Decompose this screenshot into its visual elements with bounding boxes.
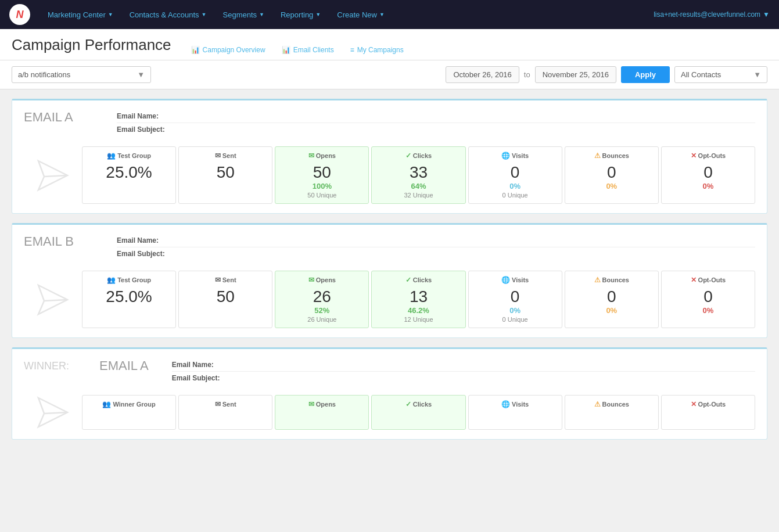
email-a-header: EMAIL A Email Name: Email Subject:: [12, 100, 767, 141]
group-icon-b: 👥: [107, 276, 116, 284]
winner-send-icon: [35, 395, 70, 430]
tab-email-clients[interactable]: 📊 Email Clients: [274, 41, 342, 60]
page-title: Campaign Performance: [12, 36, 171, 60]
email-b-test-group-card: 👥 Test Group 25.0%: [82, 271, 176, 328]
email-b-bounces-value: 0: [607, 289, 616, 305]
date-to-input[interactable]: November 25, 2016: [535, 66, 616, 83]
email-a-clicks-header: ✓ Clicks: [405, 152, 432, 160]
winner-section: WINNER: EMAIL A Email Name: Email Subjec…: [12, 347, 767, 440]
campaign-overview-icon: 📊: [191, 46, 200, 54]
email-a-opens-value: 50: [313, 164, 331, 181]
visits-icon-w: 🌐: [501, 400, 510, 408]
nav-create-new[interactable]: Create New ▼: [329, 0, 393, 29]
tab-campaign-overview[interactable]: 📊 Campaign Overview: [183, 41, 274, 60]
date-range: October 26, 2016 to November 25, 2016 Ap…: [446, 66, 767, 83]
nav-segments-arrow: ▼: [259, 12, 264, 17]
email-b-visits-header: 🌐 Visits: [501, 276, 529, 284]
winner-prefix: WINNER:: [24, 360, 94, 372]
email-a-bounces-card: ⚠ Bounces 0 0%: [565, 146, 659, 204]
nav-contacts-accounts[interactable]: Contacts & Accounts ▼: [121, 0, 215, 29]
email-b-section: EMAIL B Email Name: Email Subject:: [12, 223, 767, 338]
email-a-clicks-value: 33: [410, 164, 428, 181]
nav-marketing-center[interactable]: Marketing Center ▼: [40, 0, 121, 29]
email-b-meta: Email Name: Email Subject:: [117, 234, 755, 260]
tab-email-clients-label: Email Clients: [293, 46, 334, 54]
filters-bar: a/b notifications ▼ October 26, 2016 to …: [0, 60, 779, 89]
mail-icon-w: ✉: [215, 400, 221, 408]
email-b-optouts-card: ✕ Opt-Outs 0 0%: [661, 271, 755, 328]
nav-segments[interactable]: Segments ▼: [215, 0, 272, 29]
nav-reporting-arrow: ▼: [315, 12, 321, 17]
navbar-logo: N: [9, 4, 30, 25]
email-a-label: EMAIL A: [24, 110, 94, 125]
email-b-name-row: Email Name:: [117, 234, 755, 247]
winner-bounces-card: ⚠ Bounces: [565, 395, 659, 430]
email-a-bounces-percent: 0%: [606, 182, 617, 190]
email-b-test-group-label: Test Group: [117, 276, 151, 283]
winner-group-header: 👥 Winner Group: [102, 400, 155, 408]
email-a-sent-value: 50: [217, 164, 235, 181]
email-b-clicks-unique: 12 Unique: [404, 316, 433, 323]
email-a-visits-unique: 0 Unique: [502, 192, 528, 199]
nav-contacts-accounts-arrow: ▼: [202, 12, 207, 17]
email-b-optouts-percent: 0%: [703, 306, 714, 315]
email-a-bounces-header: ⚠ Bounces: [594, 152, 629, 160]
bounces-icon-b: ⚠: [594, 276, 601, 284]
winner-send-icon-area: [24, 395, 82, 430]
email-b-clicks-value: 13: [410, 289, 428, 305]
optouts-icon-b: ✕: [691, 276, 697, 284]
nav-marketing-center-label: Marketing Center: [48, 10, 106, 19]
contacts-select[interactable]: All Contacts ▼: [674, 66, 767, 83]
page-tabs: 📊 Campaign Overview 📊 Email Clients ≡ My…: [183, 41, 412, 60]
email-b-visits-label: Visits: [512, 276, 529, 283]
nav-create-new-arrow: ▼: [379, 12, 385, 17]
email-a-clicks-percent: 64%: [411, 182, 426, 190]
email-a-subject-label: Email Subject:: [117, 125, 165, 134]
winner-email-subject-label: Email Subject:: [172, 374, 220, 382]
tab-my-campaigns[interactable]: ≡ My Campaigns: [342, 41, 412, 60]
main-content: EMAIL A Email Name: Email Subject:: [0, 89, 779, 449]
email-b-opens-card: ✉ Opens 26 52% 26 Unique: [275, 271, 369, 328]
winner-visits-header: 🌐 Visits: [501, 400, 529, 408]
nav-user-arrow: ▼: [763, 10, 770, 19]
tab-my-campaigns-label: My Campaigns: [357, 46, 404, 54]
email-a-stats-row: 👥 Test Group 25.0% ✉ Sent 50 ✉ Opens: [12, 141, 767, 213]
email-b-name-label: Email Name:: [117, 236, 159, 245]
email-a-visits-header: 🌐 Visits: [501, 152, 529, 160]
winner-sent-card: ✉ Sent: [178, 395, 272, 430]
nav-user[interactable]: lisa+net-results@cleverfunnel.com ▼: [654, 10, 770, 19]
email-b-stats-row: 👥 Test Group 25.0% ✉ Sent 50 ✉ Opens: [12, 265, 767, 337]
email-b-sent-label: Sent: [222, 276, 236, 283]
date-from-value: October 26, 2016: [453, 70, 511, 79]
winner-stats-grid: 👥 Winner Group ✉ Sent ✉ Opens: [82, 395, 755, 430]
campaign-select[interactable]: a/b notifications ▼: [12, 66, 151, 83]
apply-button[interactable]: Apply: [621, 66, 670, 83]
optouts-icon: ✕: [691, 152, 697, 160]
email-a-meta: Email Name: Email Subject:: [117, 110, 755, 136]
email-a-test-group-card: 👥 Test Group 25.0%: [82, 146, 176, 204]
nav-create-new-label: Create New: [337, 10, 377, 19]
bounces-icon-w: ⚠: [594, 400, 601, 408]
email-a-stats-grid: 👥 Test Group 25.0% ✉ Sent 50 ✉ Opens: [82, 146, 755, 204]
email-b-opens-unique: 26 Unique: [307, 316, 336, 323]
email-b-clicks-percent: 46.2%: [408, 306, 429, 315]
navbar: N Marketing Center ▼ Contacts & Accounts…: [0, 0, 779, 29]
nav-segments-label: Segments: [223, 10, 257, 19]
email-clients-icon: 📊: [282, 46, 290, 54]
visits-icon: 🌐: [501, 152, 510, 160]
campaign-select-value: a/b notifications: [18, 70, 70, 79]
opens-icon: ✉: [308, 152, 314, 160]
email-b-optouts-label: Opt-Outs: [698, 276, 726, 283]
page-header: Campaign Performance 📊 Campaign Overview…: [0, 29, 779, 60]
mail-icon: ✉: [215, 152, 221, 160]
email-a-name-row: Email Name:: [117, 110, 755, 123]
date-from-input[interactable]: October 26, 2016: [446, 66, 519, 83]
winner-meta: Email Name: Email Subject:: [172, 358, 755, 384]
email-a-sent-label: Sent: [222, 152, 236, 159]
email-a-opens-label: Opens: [316, 152, 336, 159]
winner-clicks-card: ✓ Clicks: [371, 395, 465, 430]
nav-reporting[interactable]: Reporting ▼: [272, 0, 329, 29]
email-b-sent-value: 50: [217, 289, 235, 305]
email-a-test-group-value: 25.0%: [106, 164, 152, 181]
email-b-subject-row: Email Subject:: [117, 247, 755, 260]
